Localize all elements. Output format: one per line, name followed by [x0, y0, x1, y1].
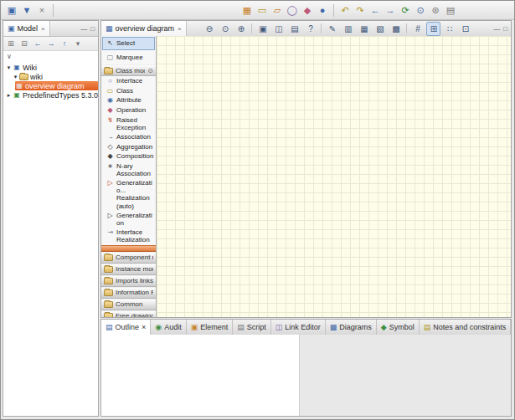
maximize-icon[interactable]: □ [90, 25, 95, 33]
toolbar-separator [53, 4, 54, 17]
link-editor-tab-icon: ◫ [276, 323, 283, 331]
redo-icon[interactable]: ↷ [353, 3, 368, 18]
palette-tool-select[interactable]: ↖ Select [102, 37, 155, 50]
navigate-forward-icon[interactable]: → [45, 38, 57, 49]
palette-section-instance-model[interactable]: Instance model [101, 264, 156, 275]
maximize-icon[interactable]: □ [503, 25, 507, 33]
save-icon[interactable]: ▼ [19, 3, 34, 18]
palette-section-class-model[interactable]: Class model ⊙ [101, 64, 156, 76]
collapse-all-icon[interactable]: ⊟ [18, 38, 30, 49]
expander-icon[interactable]: ▸ [5, 92, 13, 99]
expander-icon[interactable]: ▾ [5, 64, 13, 71]
delete-icon[interactable]: × [34, 3, 49, 18]
palette-section-imports-links[interactable]: Imports links [101, 275, 156, 287]
navigate-back-icon[interactable]: ← [32, 38, 44, 49]
show-guides-icon[interactable]: ∷ [442, 22, 456, 36]
distribute-icon[interactable]: ▩ [389, 22, 403, 36]
refresh-icon[interactable]: ⟳ [398, 3, 413, 18]
tab-notes-and-constraints[interactable]: ▤ Notes and constraints [420, 320, 512, 335]
script-tab-icon: ▤ [237, 323, 245, 331]
outline-content[interactable] [101, 335, 300, 416]
palette-item-association[interactable]: → Association [101, 132, 156, 142]
palette-section-component-model[interactable]: Component mo... [101, 252, 156, 264]
editor-body: ↖ Select ▢ Marquee Class model ⊙ ○ Inter… [101, 36, 511, 317]
tab-symbol[interactable]: ◆ Symbol [377, 320, 420, 335]
align-right-icon[interactable]: ▧ [373, 22, 387, 36]
palette-item-label: Composition [116, 152, 155, 160]
palette-item-interface-realization[interactable]: ⊸ Interface Realization [101, 228, 156, 244]
create-attribute-icon[interactable]: ● [315, 3, 330, 18]
snap-to-grid-icon[interactable]: ⊞ [426, 22, 440, 36]
palette-item-aggregation[interactable]: ◇ Aggregation [101, 142, 156, 152]
palette-item-attribute[interactable]: ◉ Attribute [101, 95, 156, 105]
palette-section-label: Component mo... [116, 254, 153, 261]
minimize-icon[interactable]: — [80, 25, 87, 33]
model-panel-header: ▣ Model × — □ [3, 21, 98, 37]
minimize-icon[interactable]: — [493, 25, 500, 33]
console-icon[interactable]: ▤ [443, 3, 458, 18]
copy-to-clipboard-icon[interactable]: ◫ [271, 22, 286, 36]
search-icon[interactable]: ⊙ [413, 3, 428, 18]
create-class-icon[interactable]: ▭ [255, 3, 270, 18]
palette-section-free-drawing[interactable]: Free drawing [101, 310, 156, 317]
tab-model[interactable]: ▣ Model × [3, 21, 50, 36]
close-icon[interactable]: × [142, 323, 146, 331]
navigate-up-icon[interactable]: ↑ [59, 38, 70, 49]
zoom-in-icon[interactable]: ⊕ [234, 22, 248, 36]
navigate-back-icon[interactable]: ← [368, 3, 383, 18]
tree-item-predefinedtypes[interactable]: ▸ ▣ PredefinedTypes 5.3.00 [3, 90, 98, 100]
palette-item-generalization-realization-auto[interactable]: ▷ Generalizatio... Realization (auto) [101, 178, 156, 211]
tab-element[interactable]: ▣ Element [187, 320, 234, 335]
new-model-fragment-icon[interactable]: ▣ [4, 3, 19, 18]
tab-audit[interactable]: ◉ Audit [151, 320, 186, 335]
palette-item-nary-association[interactable]: ∗ N-ary Association [101, 161, 156, 178]
palette-item-operation[interactable]: ◆ Operation [101, 105, 156, 115]
expander-icon[interactable]: ▾ [12, 74, 19, 80]
palette-tool-marquee[interactable]: ▢ Marquee [102, 51, 155, 64]
tab-overview-diagram[interactable]: ▦ overview diagram × [101, 21, 187, 36]
palette-item-generalization[interactable]: ▷ Generalization [101, 211, 156, 228]
create-operation-icon[interactable]: ◆ [300, 3, 315, 18]
create-package-icon[interactable]: ▱ [270, 3, 285, 18]
create-interface-icon[interactable]: ◯ [285, 3, 300, 18]
save-as-image-icon[interactable]: ▣ [255, 22, 270, 36]
view-menu-icon[interactable]: ▾ [72, 38, 84, 49]
help-icon[interactable]: ? [303, 22, 317, 36]
palette-item-interface[interactable]: ○ Interface [101, 76, 156, 86]
palette-item-class[interactable]: ▭ Class [101, 86, 156, 96]
zoom-out-icon[interactable]: ⊖ [202, 22, 216, 36]
palette-section-label: Free drawing [116, 312, 153, 317]
tab-diagrams[interactable]: ▩ Diagrams [326, 320, 377, 335]
tree-item-wiki-project[interactable]: ▾ ▣ Wiki [3, 63, 98, 72]
palette-item-raised-exception[interactable]: ↯ Raised Exception [101, 115, 156, 132]
create-diagram-icon[interactable]: ▦ [239, 3, 255, 18]
settings-icon[interactable]: ⊛ [428, 3, 443, 18]
diagrams-tab-icon: ▩ [330, 323, 337, 331]
main-toolbar: ▣ ▼ × ▦ ▭ ▱ ◯ ◆ ● ↶ ↷ ← → ⟳ ⊙ ⊛ ▤ [1, 1, 514, 20]
tree-item-overview-diagram[interactable]: ▦ overview diagram [15, 81, 98, 90]
diagram-canvas[interactable] [157, 36, 511, 317]
filter-chevron-icon[interactable]: ∨ [7, 53, 12, 60]
show-grid-icon[interactable]: # [410, 22, 425, 36]
fit-to-content-icon[interactable]: ⊡ [458, 22, 472, 36]
navigate-forward-icon[interactable]: → [383, 3, 398, 18]
pin-icon[interactable]: ⊙ [147, 67, 153, 74]
tab-link-editor[interactable]: ◫ Link Editor [271, 320, 326, 335]
expand-all-icon[interactable]: ⊞ [5, 38, 17, 49]
palette-section-common[interactable]: Common [101, 299, 156, 310]
palette-section-information-flow[interactable]: Information Flo... [101, 287, 156, 299]
palette-section-label: Common [116, 300, 153, 308]
tab-script[interactable]: ▤ Script [233, 320, 271, 335]
close-icon[interactable]: × [41, 25, 45, 33]
palette-item-composition[interactable]: ◆ Composition [101, 151, 156, 161]
close-icon[interactable]: × [178, 25, 182, 33]
align-center-icon[interactable]: ▦ [357, 22, 371, 36]
zoom-original-icon[interactable]: ⊙ [218, 22, 232, 36]
print-icon[interactable]: ▤ [287, 22, 301, 36]
palette-item-partial[interactable] [101, 245, 156, 252]
undo-icon[interactable]: ↶ [337, 3, 353, 18]
tab-outline[interactable]: ▤ Outline × [101, 320, 151, 335]
align-left-icon[interactable]: ▥ [341, 22, 355, 36]
tree-item-wiki-package[interactable]: ▾ wiki [3, 72, 98, 81]
edit-mode-icon[interactable]: ✎ [325, 22, 339, 36]
